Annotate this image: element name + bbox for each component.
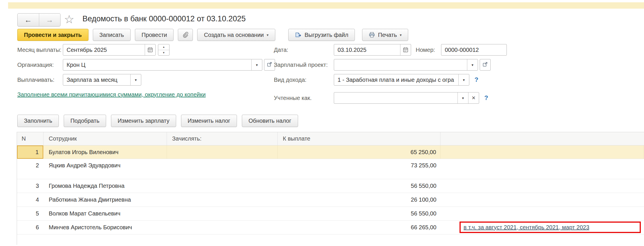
column-header-note: [440, 132, 644, 145]
cell-amount[interactable]: 73 255,00: [278, 159, 440, 179]
attachments-button[interactable]: [178, 29, 193, 41]
post-button[interactable]: Провести: [135, 29, 174, 41]
chevron-down-icon: ▾: [267, 33, 269, 37]
printer-icon: [369, 32, 375, 38]
clear-button[interactable]: ×: [468, 92, 479, 103]
cell-employee[interactable]: Волков Марат Савельевич: [44, 207, 167, 220]
salary-project-open-button[interactable]: [480, 59, 491, 71]
save-button[interactable]: Записать: [93, 29, 131, 41]
print-button[interactable]: Печать ▾: [362, 29, 408, 41]
top-accent-strip: [8, 2, 644, 9]
forward-button[interactable]: →: [39, 14, 61, 26]
cell-employee[interactable]: Работкина Жанна Дмитриевна: [44, 193, 167, 207]
income-type-label: Вид дохода:: [274, 74, 306, 86]
cell-credit[interactable]: [167, 159, 278, 179]
dropdown-button[interactable]: ▾: [467, 59, 478, 70]
accounted-field[interactable]: ▾ ×: [334, 92, 479, 104]
update-tax-button[interactable]: Обновить налог: [242, 115, 298, 127]
cell-note[interactable]: [440, 193, 644, 207]
cell-credit[interactable]: [167, 193, 278, 207]
paperclip-icon: [182, 32, 189, 38]
payment-months-note[interactable]: в т.ч. за август 2021, сентябрь 2021, ма…: [464, 221, 589, 234]
cell-note[interactable]: [440, 145, 644, 159]
favorite-star-icon[interactable]: ☆: [64, 13, 74, 25]
pay-label: Выплачивать:: [17, 74, 54, 86]
cell-credit[interactable]: [167, 207, 278, 220]
dropdown-button[interactable]: ▾: [458, 74, 469, 85]
income-type-value: 1 - Заработная плата и иные доходы с огр…: [334, 74, 458, 85]
organization-open-button[interactable]: [264, 59, 275, 71]
accounted-value: [334, 92, 457, 103]
cell-note[interactable]: [440, 159, 644, 179]
table-row[interactable]: 4 Работкина Жанна Дмитриевна 26 100,00: [17, 193, 644, 207]
number-field[interactable]: 0000-000012: [441, 44, 507, 56]
table-row[interactable]: 1 Булатов Игорь Виленович 65 250,00: [17, 145, 644, 159]
cell-employee[interactable]: Яцкив Андрей Эдуардович: [44, 159, 167, 179]
column-header-employee[interactable]: Сотрудник: [44, 132, 167, 145]
change-salary-button[interactable]: Изменить зарплату: [111, 115, 176, 127]
cell-n[interactable]: 2: [17, 159, 44, 179]
table-row[interactable]: 2 Яцкив Андрей Эдуардович 73 255,00: [17, 159, 644, 179]
column-header-to-pay[interactable]: К выплате: [278, 132, 440, 145]
table-row[interactable]: 5 Волков Марат Савельевич 56 550,00: [17, 207, 644, 221]
cell-n[interactable]: 1: [17, 145, 44, 159]
back-button[interactable]: ←: [18, 14, 39, 26]
number-label: Номер:: [416, 44, 435, 56]
dropdown-button[interactable]: ▾: [130, 74, 141, 85]
cell-credit[interactable]: [167, 145, 278, 159]
organization-field[interactable]: Крон Ц ▾: [63, 59, 262, 71]
fill-button[interactable]: Заполнить: [17, 115, 59, 127]
date-field[interactable]: 03.10.2025: [334, 44, 411, 56]
post-and-close-button[interactable]: Провести и закрыть: [17, 29, 88, 41]
cell-n[interactable]: 3: [17, 179, 44, 193]
month-value: Сентябрь 2025: [63, 44, 145, 55]
column-header-n[interactable]: N: [17, 132, 44, 145]
spin-down-icon[interactable]: ▼: [158, 50, 169, 56]
change-tax-button[interactable]: Изменить налог: [181, 115, 237, 127]
cell-amount[interactable]: 56 550,00: [278, 179, 440, 193]
cell-amount[interactable]: 66 265,00: [278, 221, 440, 234]
organization-value: Крон Ц: [63, 59, 251, 70]
clear-icon: ×: [472, 95, 476, 101]
page-title: Ведомость в банк 0000-000012 от 03.10.20…: [82, 14, 246, 23]
cell-employee[interactable]: Булатов Игорь Виленович: [44, 145, 167, 159]
open-link-icon: [482, 61, 488, 68]
cell-credit[interactable]: [167, 179, 278, 193]
calendar-icon[interactable]: [145, 44, 155, 55]
table-command-bar: Заполнить Подобрать Изменить зарплату Из…: [17, 115, 298, 127]
cell-credit[interactable]: [167, 221, 278, 234]
column-header-credit[interactable]: Зачислять:: [167, 132, 278, 145]
open-link-icon: [267, 61, 272, 68]
cell-amount[interactable]: 26 100,00: [278, 193, 440, 207]
pick-button[interactable]: Подобрать: [64, 115, 106, 127]
cell-note[interactable]: [440, 179, 644, 193]
cell-n[interactable]: 4: [17, 193, 44, 207]
create-based-on-button[interactable]: Создать на основании ▾: [197, 29, 275, 41]
pay-field[interactable]: Зарплата за месяц ▾: [63, 74, 141, 86]
organization-label: Организация:: [17, 59, 54, 71]
table-row[interactable]: 3 Громова Надежда Петровна 56 550,00: [17, 179, 644, 193]
income-type-field[interactable]: 1 - Заработная плата и иные доходы с огр…: [334, 74, 469, 86]
cell-amount[interactable]: 56 550,00: [278, 207, 440, 220]
month-label: Месяц выплаты:: [17, 44, 61, 56]
bank-statement-window: ← → ☆ Ведомость в банк 0000-000012 от 03…: [0, 0, 644, 246]
calendar-icon[interactable]: [400, 44, 411, 55]
dropdown-button[interactable]: ▾: [251, 59, 262, 70]
month-field[interactable]: Сентябрь 2025: [63, 44, 156, 56]
cell-amount[interactable]: 65 250,00: [278, 145, 440, 159]
cell-n[interactable]: 6: [17, 221, 44, 234]
salary-project-field[interactable]: ▾: [334, 59, 478, 71]
dropdown-button[interactable]: ▾: [457, 92, 468, 103]
table-row[interactable]: 6 Минчев Аристотель Борисович 66 265,00 …: [17, 221, 644, 234]
cell-note[interactable]: в т.ч. за август 2021, сентябрь 2021, ма…: [440, 221, 644, 234]
export-file-button[interactable]: Выгрузить файл: [288, 29, 355, 41]
chevron-down-icon: ▾: [472, 63, 474, 67]
cell-employee[interactable]: Минчев Аристотель Борисович: [44, 221, 167, 234]
cell-employee[interactable]: Громова Надежда Петровна: [44, 179, 167, 193]
cell-note[interactable]: [440, 207, 644, 220]
spin-up-icon[interactable]: ▲: [158, 44, 169, 50]
income-type-help-link[interactable]: ?: [474, 74, 478, 86]
cell-n[interactable]: 5: [17, 207, 44, 220]
accounted-help-link[interactable]: ?: [484, 92, 488, 104]
fill-amounts-link[interactable]: Заполнение всеми причитающимися суммами,…: [17, 90, 216, 99]
